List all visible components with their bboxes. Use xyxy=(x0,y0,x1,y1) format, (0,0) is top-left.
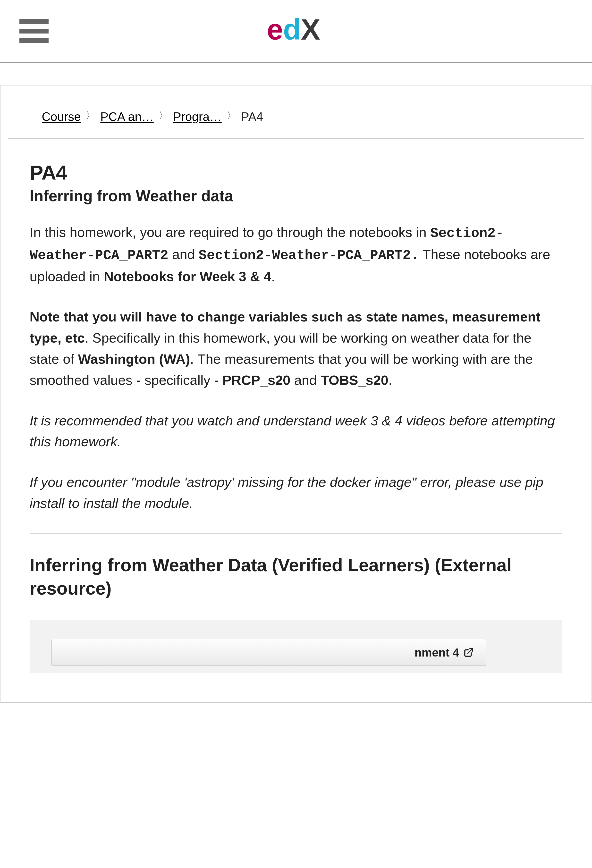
page-title: PA4 xyxy=(30,161,562,185)
breadcrumb-link-subsection[interactable]: Progra… xyxy=(173,110,222,124)
edx-logo[interactable]: edX xyxy=(267,15,325,47)
state-name: Washington (WA) xyxy=(78,351,190,367)
paragraph-intro: In this homework, you are required to go… xyxy=(30,222,562,287)
notebooks-location: Notebooks for Week 3 & 4 xyxy=(104,269,271,284)
breadcrumb-link-course[interactable]: Course xyxy=(42,110,81,124)
external-link-icon xyxy=(464,647,474,657)
measurement-prcp: PRCP_s20 xyxy=(223,372,291,388)
top-bar: edX xyxy=(0,0,592,63)
breadcrumb-current: PA4 xyxy=(241,110,263,124)
measurement-tobs: TOBS_s20 xyxy=(320,372,388,388)
svg-rect-1 xyxy=(295,18,299,30)
external-launch-button[interactable]: nment 4 xyxy=(52,639,486,666)
code-section-b: Section2-Weather-PCA_PART2. xyxy=(199,248,419,263)
chevron-right-icon: 〉 xyxy=(86,109,95,122)
page-subtitle: Inferring from Weather data xyxy=(30,187,562,205)
breadcrumb-bar: Course 〉 PCA an… 〉 Progra… 〉 PA4 xyxy=(8,86,584,139)
main-content: PA4 Inferring from Weather data In this … xyxy=(0,139,592,702)
paragraph-error-tip: If you encounter "module 'astropy' missi… xyxy=(30,472,562,514)
paragraph-recommendation: It is recommended that you watch and und… xyxy=(30,410,562,453)
paragraph-note: Note that you will have to change variab… xyxy=(30,306,562,391)
chevron-right-icon: 〉 xyxy=(227,109,236,122)
divider xyxy=(30,533,562,534)
svg-text:edX: edX xyxy=(267,15,320,46)
external-launch-label: nment 4 xyxy=(415,646,459,659)
breadcrumb-link-section[interactable]: PCA an… xyxy=(100,110,154,124)
hamburger-menu-icon[interactable] xyxy=(19,19,49,43)
external-resource-title: Inferring from Weather Data (Verified Le… xyxy=(30,554,562,600)
chevron-right-icon: 〉 xyxy=(159,109,168,122)
breadcrumb: Course 〉 PCA an… 〉 Progra… 〉 PA4 xyxy=(42,110,550,124)
svg-line-2 xyxy=(468,648,472,653)
content-frame: Course 〉 PCA an… 〉 Progra… 〉 PA4 PA4 Inf… xyxy=(0,85,592,703)
external-resource-box: nment 4 xyxy=(30,620,562,673)
